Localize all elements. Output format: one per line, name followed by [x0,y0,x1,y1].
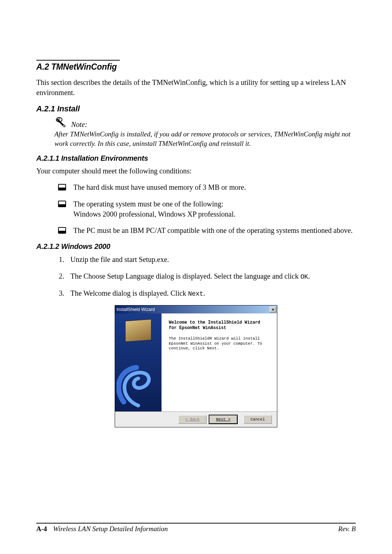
back-button: < Back [178,415,207,424]
title-bar: InstallShield Wizard ✕ [115,305,277,313]
cancel-button[interactable]: Cancel [244,415,272,424]
wizard-heading: Welcome to the InstallShield Wizard for … [169,320,270,331]
list-item: The hard disk must have unused memory of… [58,182,356,193]
installshield-dialog: InstallShield Wizard ✕ Welcome to the In… [115,305,277,427]
env-lead: Your computer should meet the following … [36,166,356,176]
wizard-button-row: < Back Next > Cancel [115,411,277,427]
revision-label: Rev. B [338,525,356,533]
footer-title: Wireless LAN Setup Detailed Information [53,525,168,533]
section-heading-a21: A.2.1 Install [36,104,356,114]
list-item: The operating system must be one of the … [58,199,356,219]
section-heading-a212: A.2.1.2 Windows 2000 [36,242,356,251]
environment-list: The hard disk must have unused memory of… [58,182,356,235]
note-label: Note: [71,120,87,129]
steps-list: Unzip the file and start Setup.exe. The … [36,254,356,299]
wizard-body-text: The InstallShieldR Wizard will install E… [169,336,270,351]
intro-paragraph: This section describes the details of th… [36,78,356,98]
note-icon [54,116,68,129]
list-item: The PC must be an IBM PC/AT compatible w… [58,226,356,236]
page-footer: A-4 Wireless LAN Setup Detailed Informat… [36,523,356,533]
close-icon[interactable]: ✕ [270,307,276,312]
section-heading-a211: A.2.1.1 Installation Environments [36,154,356,163]
note-text: After TMNetWinConfig is installed, if yo… [54,130,356,148]
dialog-title: InstallShield Wizard [117,307,155,312]
section-heading-a2: A.2 TMNetWinConfig [36,62,356,72]
page-number: A-4 [36,525,47,533]
wizard-side-graphic [115,313,162,411]
list-item: Unzip the file and start Setup.exe. [66,254,356,264]
next-button[interactable]: Next > [209,415,238,424]
list-item: The Welcome dialog is displayed. Click N… [66,288,356,299]
list-item: The Choose Setup Language dialog is disp… [66,271,356,282]
